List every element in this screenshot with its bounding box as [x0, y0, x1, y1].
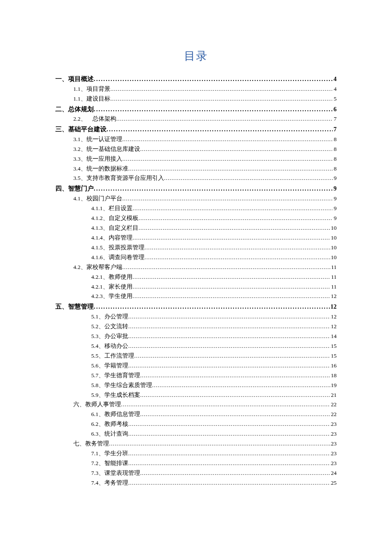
toc-entry-label: 1.1、建设目标: [73, 94, 110, 104]
toc-leader-dots: [94, 301, 330, 312]
toc-entry: 4.1.2、自定义模板9: [91, 214, 337, 223]
toc-entry: 4.1、校园门户平台9: [73, 194, 337, 204]
toc-entry-page: 9: [333, 204, 337, 214]
toc-entry-page: 5: [333, 94, 337, 104]
toc-entry-page: 7: [333, 124, 337, 135]
toc-entry-page: 10: [330, 233, 337, 243]
toc-leader-dots: [109, 439, 330, 449]
toc-entry-label: 5.7、学生德育管理: [91, 371, 140, 381]
toc-entry-label: 一、项目概述: [55, 74, 94, 84]
toc-entry-page: 9: [333, 194, 337, 204]
toc-entry: 6.2、教师考核23: [91, 419, 337, 429]
toc-entry: 七、教务管理23: [73, 439, 337, 449]
toc-leader-dots: [128, 322, 330, 332]
toc-entry-page: 24: [330, 468, 337, 478]
toc-entry-label: 5.2、公文流转: [91, 322, 128, 332]
toc-leader-dots: [128, 478, 330, 488]
toc-leader-dots: [144, 253, 330, 263]
toc-leader-dots: [128, 419, 330, 429]
toc-entry: 5.2、公文流转12: [91, 322, 337, 332]
toc-entry-label: 6.2、教师考核: [91, 419, 128, 429]
toc-leader-dots: [122, 194, 333, 204]
toc-entry-label: 七、教务管理: [73, 439, 109, 449]
toc-entry-label: 7.4、考务管理: [91, 478, 128, 488]
toc-leader-dots: [128, 312, 330, 322]
toc-entry-page: 8: [333, 164, 337, 174]
toc-entry-page: 18: [330, 371, 337, 381]
toc-entry-label: 3.5、支持市教育资源平台应用引入: [73, 173, 164, 183]
toc-entry-page: 9: [333, 183, 337, 194]
toc-entry-label: 4.1.5、投票投票管理: [91, 243, 144, 253]
toc-entry: 5.9、学生成长档案21: [91, 390, 337, 400]
toc-entry-page: 4: [333, 84, 337, 94]
toc-entry-label: 5.1、办公管理: [91, 312, 128, 322]
toc-entry: 4.2、家校帮客户端11: [73, 263, 337, 272]
toc-entry: 4.1.4、内容管理10: [91, 233, 337, 243]
toc-entry: 5.8、学生综合素质管理19: [91, 381, 337, 390]
toc-entry-page: 10: [330, 243, 337, 253]
toc-entry-page: 23: [330, 439, 337, 449]
toc-entry-page: 15: [330, 351, 337, 361]
toc-leader-dots: [138, 223, 330, 233]
toc-entry-label: 3.3、统一应用接入: [73, 154, 122, 164]
toc-leader-dots: [122, 154, 333, 164]
toc-entry: 六、教师人事管理22: [73, 400, 337, 410]
toc-entry: 5.5、工作流管理15: [91, 351, 337, 361]
toc-leader-dots: [94, 74, 333, 84]
toc-leader-dots: [128, 449, 330, 459]
toc-entry-label: 4.2、家校帮客户端: [73, 263, 122, 272]
toc-entry-label: 7.2、智能排课: [91, 459, 128, 468]
toc-entry-label: 5.5、工作流管理: [91, 351, 134, 361]
toc-entry: 3.5、支持市教育资源平台应用引入9: [73, 173, 337, 183]
toc-entry-label: 6.3、统计查询: [91, 429, 128, 439]
toc-leader-dots: [140, 371, 330, 381]
toc-entry-label: 5.9、学生成长档案: [91, 390, 140, 400]
toc-entry-page: 9: [333, 173, 337, 183]
toc-entry: 1.1、建设目标5: [73, 94, 337, 104]
toc-entry-page: 10: [330, 223, 337, 233]
toc-entry-label: 4.1.2、自定义模板: [91, 214, 138, 223]
toc-leader-dots: [133, 272, 330, 282]
toc-entry: 4.2.1、教师使用11: [91, 272, 337, 282]
toc-entry-page: 4: [333, 74, 337, 84]
toc-leader-dots: [128, 341, 330, 351]
toc-entry: 5.1、办公管理12: [91, 312, 337, 322]
toc-entry-page: 9: [333, 214, 337, 223]
toc-entry-page: 10: [330, 253, 337, 263]
toc-entry-label: 5.3、办公审批: [91, 332, 128, 341]
toc-entry: 一、项目概述4: [55, 74, 337, 84]
toc-entry-page: 23: [330, 449, 337, 459]
toc-entry-page: 11: [330, 282, 337, 292]
toc-entry: 4.1.1、栏目设置9: [91, 204, 337, 214]
toc-leader-dots: [133, 204, 333, 214]
toc-leader-dots: [128, 459, 330, 468]
toc-entry-page: 22: [330, 410, 337, 419]
toc-entry-label: 4.2.1、家长使用: [91, 282, 133, 292]
toc-entry-page: 23: [330, 429, 337, 439]
toc-entry-page: 11: [330, 272, 337, 282]
toc-entry-label: 5.6、学籍管理: [91, 361, 128, 371]
toc-entry-page: 8: [333, 154, 337, 164]
toc-leader-dots: [128, 361, 330, 371]
toc-entry-page: 19: [330, 381, 337, 390]
toc-leader-dots: [140, 390, 330, 400]
toc-leader-dots: [140, 468, 330, 478]
toc-leader-dots: [110, 84, 333, 94]
toc-entry-label: 4.2.1、教师使用: [91, 272, 133, 282]
toc-entry: 1.1、项目背景4: [73, 84, 337, 94]
toc-entry: 7.1、学生分班23: [91, 449, 337, 459]
toc-entry: 4.1.3、自定义栏目10: [91, 223, 337, 233]
toc-entry-label: 1.1、项目背景: [73, 84, 110, 94]
toc-entry-page: 25: [330, 478, 337, 488]
toc-entry: 5.4、移动办公15: [91, 341, 337, 351]
toc-entry-label: 7.3、课堂表现管理: [91, 468, 140, 478]
toc-leader-dots: [152, 381, 330, 390]
toc-entry-label: 4.1.1、栏目设置: [91, 204, 133, 214]
toc-entry: 四、智慧门户9: [55, 183, 337, 194]
toc-leader-dots: [140, 410, 330, 419]
toc-entry: 7.3、课堂表现管理24: [91, 468, 337, 478]
toc-entry: 5.6、学籍管理16: [91, 361, 337, 371]
toc-entry: 4.2.1、家长使用11: [91, 282, 337, 292]
toc-leader-dots: [116, 114, 333, 124]
toc-entry-page: 7: [333, 114, 337, 124]
